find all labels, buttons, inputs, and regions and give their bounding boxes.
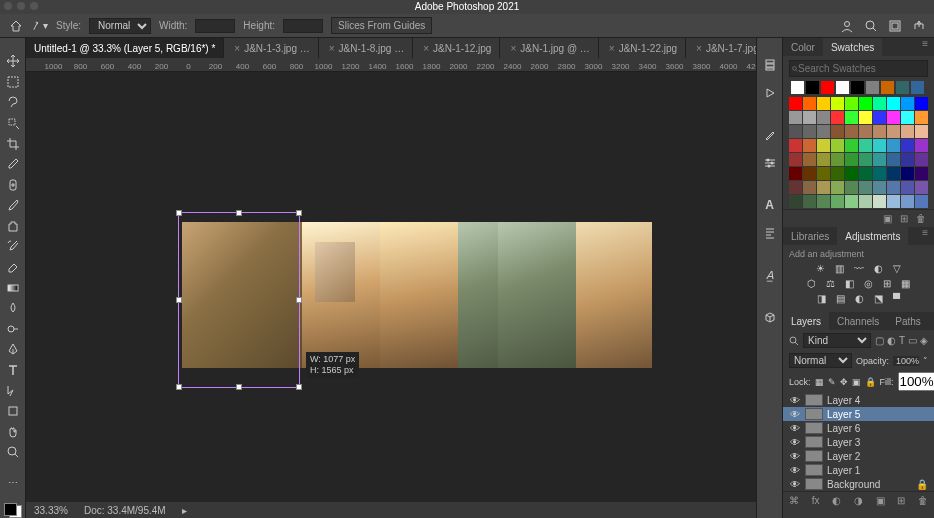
visibility-icon[interactable]: 👁	[789, 437, 801, 448]
swatch[interactable]	[845, 167, 858, 180]
swatch[interactable]	[915, 139, 928, 152]
history-panel-icon[interactable]	[759, 54, 781, 76]
selection-tool-icon[interactable]	[2, 116, 24, 131]
photofilter-icon[interactable]: ◎	[864, 278, 873, 289]
history-brush-tool-icon[interactable]	[2, 239, 24, 254]
gradient-icon[interactable]: ▀	[893, 293, 900, 304]
marquee-tool-icon[interactable]	[2, 75, 24, 90]
swatch[interactable]	[901, 111, 914, 124]
brush-tool-icon[interactable]	[2, 198, 24, 213]
document-tab[interactable]: ×J&N-1-3.jpg …	[224, 38, 318, 58]
workspace-icon[interactable]	[888, 19, 902, 33]
filter-image-icon[interactable]: ▢	[875, 335, 884, 346]
document-tab[interactable]: ×J&N-1.jpg @ …	[500, 38, 598, 58]
swatch[interactable]	[887, 139, 900, 152]
filter-shape-icon[interactable]: ▭	[908, 335, 917, 346]
swatch[interactable]	[901, 139, 914, 152]
swatch[interactable]	[845, 181, 858, 194]
brushes-panel-icon[interactable]	[759, 124, 781, 146]
invert-icon[interactable]: ◨	[817, 293, 826, 304]
swatch[interactable]	[915, 111, 928, 124]
fx-icon[interactable]: fx	[812, 495, 820, 506]
trash-icon[interactable]: 🗑	[916, 213, 926, 224]
tab-paths[interactable]: Paths	[887, 312, 929, 330]
document-tab[interactable]: ×J&N-1-8.jpg …	[319, 38, 413, 58]
swatch[interactable]	[817, 97, 830, 110]
layer-row[interactable]: 👁Layer 1	[783, 463, 934, 477]
swatch[interactable]	[915, 153, 928, 166]
clone-tool-icon[interactable]	[2, 219, 24, 234]
layer-row[interactable]: 👁Layer 3	[783, 435, 934, 449]
visibility-icon[interactable]: 👁	[789, 465, 801, 476]
slices-from-guides-button[interactable]: Slices From Guides	[331, 17, 432, 34]
swatch[interactable]	[887, 181, 900, 194]
lock-trans-icon[interactable]: ▦	[815, 377, 824, 387]
swatch[interactable]	[789, 97, 802, 110]
swatch[interactable]	[806, 81, 819, 94]
new-swatch-icon[interactable]: ⊞	[900, 213, 908, 224]
tab-swatches[interactable]: Swatches	[823, 38, 882, 56]
placed-image[interactable]	[182, 222, 302, 368]
placed-image[interactable]	[498, 222, 576, 368]
actions-panel-icon[interactable]	[759, 82, 781, 104]
colorlookup-icon[interactable]: ▦	[901, 278, 910, 289]
home-icon[interactable]	[8, 18, 24, 34]
swatch[interactable]	[803, 125, 816, 138]
bw-icon[interactable]: ◧	[845, 278, 854, 289]
swatch[interactable]	[817, 111, 830, 124]
swatch[interactable]	[817, 181, 830, 194]
document-tab[interactable]: ×J&N-1-12.jpg	[413, 38, 500, 58]
paragraph-panel-icon[interactable]	[759, 222, 781, 244]
swatch[interactable]	[789, 111, 802, 124]
swatch[interactable]	[817, 195, 830, 208]
swatch[interactable]	[803, 167, 816, 180]
swatch[interactable]	[881, 81, 894, 94]
swatch[interactable]	[791, 81, 804, 94]
user-icon[interactable]	[840, 19, 854, 33]
channelmixer-icon[interactable]: ⊞	[883, 278, 891, 289]
swatch[interactable]	[831, 111, 844, 124]
document-tab[interactable]: Untitled-1 @ 33.3% (Layer 5, RGB/16*) *	[26, 38, 224, 58]
swatch[interactable]	[911, 81, 924, 94]
link-layers-icon[interactable]: ⌘	[789, 495, 799, 506]
swatch[interactable]	[915, 195, 928, 208]
layer-row[interactable]: 👁Layer 2	[783, 449, 934, 463]
swatch[interactable]	[859, 125, 872, 138]
height-input[interactable]	[283, 19, 323, 33]
swatch[interactable]	[789, 181, 802, 194]
swatch[interactable]	[789, 139, 802, 152]
new-adj-icon[interactable]: ◑	[854, 495, 863, 506]
swatch[interactable]	[803, 139, 816, 152]
swatch[interactable]	[845, 125, 858, 138]
swatch[interactable]	[817, 125, 830, 138]
blur-tool-icon[interactable]	[2, 301, 24, 316]
move-tool-icon[interactable]	[2, 54, 24, 69]
folder-icon[interactable]: ▣	[883, 213, 892, 224]
fill-input[interactable]	[898, 372, 934, 391]
swatch[interactable]	[873, 111, 886, 124]
swatch[interactable]	[887, 97, 900, 110]
swatch[interactable]	[845, 111, 858, 124]
swatch[interactable]	[836, 81, 849, 94]
swatch[interactable]	[901, 125, 914, 138]
layer-row[interactable]: 👁Background🔒	[783, 477, 934, 491]
lasso-tool-icon[interactable]	[2, 95, 24, 110]
hue-icon[interactable]: ⬡	[807, 278, 816, 289]
exposure-icon[interactable]: ◐	[874, 263, 883, 274]
swatch[interactable]	[845, 153, 858, 166]
share-icon[interactable]	[912, 19, 926, 33]
swatch[interactable]	[851, 81, 864, 94]
eyedropper-tool-icon[interactable]	[2, 157, 24, 172]
lock-paint-icon[interactable]: ✎	[828, 377, 836, 387]
swatch[interactable]	[859, 195, 872, 208]
posterize-icon[interactable]: ▤	[836, 293, 845, 304]
swatch[interactable]	[831, 181, 844, 194]
swatch[interactable]	[831, 125, 844, 138]
swatch[interactable]	[887, 167, 900, 180]
glyphs-panel-icon[interactable]: A̲	[759, 264, 781, 286]
blend-mode-select[interactable]: Normal	[789, 353, 852, 368]
tab-color[interactable]: Color	[783, 38, 823, 56]
swatch[interactable]	[887, 195, 900, 208]
swatch[interactable]	[901, 195, 914, 208]
swatch[interactable]	[859, 181, 872, 194]
